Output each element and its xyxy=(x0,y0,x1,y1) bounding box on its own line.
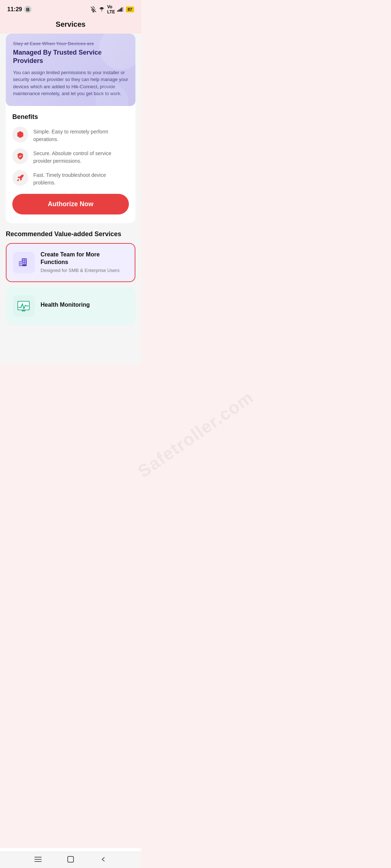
benefit-icon-3 xyxy=(12,170,28,186)
svg-rect-20 xyxy=(20,264,21,265)
wifi-icon xyxy=(98,7,105,12)
benefit-icon-2 xyxy=(12,148,28,164)
benefit-icon-1 xyxy=(12,127,28,142)
health-icon xyxy=(15,298,33,314)
authorize-now-button[interactable]: Authorize Now xyxy=(12,194,129,214)
status-time: 11:29 xyxy=(7,6,22,13)
service-card-health-info: Health Monitoring xyxy=(41,301,90,310)
b-icon: B xyxy=(24,6,31,13)
svg-rect-5 xyxy=(118,9,119,12)
svg-rect-14 xyxy=(23,261,24,262)
service-card-team-info: Create Team for More Functions Designed … xyxy=(41,251,128,274)
benefits-title: Benefits xyxy=(12,113,129,121)
service-card-team-desc: Designed for SMB & Enterprise Users xyxy=(41,267,128,274)
svg-rect-6 xyxy=(120,8,121,12)
benefit-item-3: Fast. Timely troubleshoot device problem… xyxy=(12,170,129,187)
hero-banner-title: Managed By Trusted Service Providers xyxy=(13,48,128,65)
status-icons: VoLTE 87 xyxy=(91,4,134,14)
service-card-health[interactable]: Health Monitoring xyxy=(6,287,135,325)
svg-rect-12 xyxy=(23,259,24,260)
benefit-item-1: Simple. Easy to remotely perform operati… xyxy=(12,127,129,143)
benefit-text-2: Secure. Absolute control of service prov… xyxy=(33,148,129,165)
battery-indicator: 87 xyxy=(126,7,134,12)
signal-icon xyxy=(117,7,124,12)
cube-icon xyxy=(16,131,24,139)
mute-icon xyxy=(91,7,96,12)
svg-rect-17 xyxy=(25,263,26,264)
svg-point-3 xyxy=(101,11,102,12)
building-icon xyxy=(16,255,32,271)
benefit-item-2: Secure. Absolute control of service prov… xyxy=(12,148,129,165)
service-card-team-title: Create Team for More Functions xyxy=(41,251,128,266)
service-card-health-icon xyxy=(13,295,35,317)
service-card-team[interactable]: Create Team for More Functions Designed … xyxy=(6,243,135,282)
recommended-section-title: Recommended Value-added Services xyxy=(6,230,135,238)
hero-banner: Stay at Ease When Your Devices are Manag… xyxy=(6,34,135,106)
svg-rect-21 xyxy=(21,264,22,265)
page-title-bar: Services xyxy=(0,17,141,34)
main-content: Stay at Ease When Your Devices are Manag… xyxy=(0,34,141,365)
svg-rect-10 xyxy=(19,261,22,266)
benefit-text-3: Fast. Timely troubleshoot device problem… xyxy=(33,170,129,187)
hero-card: Stay at Ease When Your Devices are Manag… xyxy=(6,34,135,223)
svg-rect-15 xyxy=(25,261,26,262)
status-bar: 11:29 B VoLTE 87 xyxy=(0,0,141,17)
svg-rect-24 xyxy=(22,310,25,311)
network-type: VoLTE xyxy=(107,4,115,14)
hero-banner-description: You can assign limited permissions to yo… xyxy=(13,69,128,97)
svg-rect-13 xyxy=(25,259,26,260)
svg-rect-19 xyxy=(21,262,22,263)
svg-rect-16 xyxy=(23,263,24,264)
service-card-team-icon xyxy=(13,252,35,273)
benefit-text-1: Simple. Easy to remotely perform operati… xyxy=(33,127,129,143)
service-card-health-title: Health Monitoring xyxy=(41,301,90,309)
shield-check-icon xyxy=(16,152,24,160)
svg-rect-18 xyxy=(20,262,21,263)
svg-rect-8 xyxy=(122,7,123,12)
rocket-icon xyxy=(16,174,24,182)
svg-rect-11 xyxy=(23,265,26,266)
svg-rect-4 xyxy=(117,10,118,12)
page-title: Services xyxy=(7,20,134,29)
svg-rect-7 xyxy=(121,8,122,12)
hero-banner-subtitle: Stay at Ease When Your Devices are xyxy=(13,41,128,46)
